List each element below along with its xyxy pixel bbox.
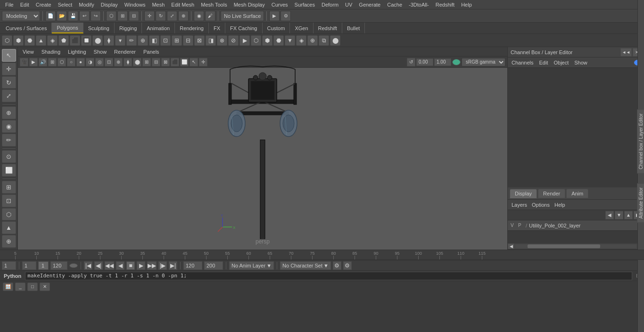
move-tool-btn[interactable]: ✛ [144,11,155,21]
vp-snap-btn[interactable]: ⊟ [152,58,160,66]
anim-layer-settings-btn[interactable]: ⚙ [343,261,352,270]
shelf-btn-12[interactable]: ✏ [126,35,137,46]
shelf-btn-16[interactable]: ⊞ [172,35,182,46]
vp-audio-btn[interactable]: 🔊 [39,58,47,66]
menu-modify[interactable]: Modify [75,0,97,9]
select-mode-btn[interactable]: ⬡ [106,11,116,21]
pb-to-start[interactable]: |◀ [84,261,92,270]
vp-gate-btn[interactable]: ⬛ [171,58,179,66]
pb-play-back[interactable]: ◀ [116,261,124,270]
shelf-btn-15[interactable]: ⊡ [160,35,171,46]
vp-xray-btn[interactable]: ◎ [95,58,104,66]
vp-ctrls-btn[interactable]: ⊕ [114,58,123,66]
move-tool[interactable]: ✛ [2,63,16,75]
menu-generate[interactable]: Generate [355,0,384,9]
shelf-btn-14[interactable]: ◧ [149,35,159,46]
vp-menu-lighting[interactable]: Lighting [66,49,88,55]
universal-manip[interactable]: ⊕ [2,106,16,119]
pb-play-fwd[interactable]: ▶ [137,261,145,270]
win-maximize-btn[interactable]: □ [27,283,38,291]
python-input[interactable] [25,272,632,280]
shelf-btn-24[interactable]: ⬢ [262,35,272,46]
shelf-btn-11[interactable]: ▾ [115,35,125,46]
shelf-btn-9[interactable]: ⬤ [92,35,103,46]
frame-current-input[interactable] [2,261,16,270]
tab-animation[interactable]: Animation [142,23,175,33]
vp-cam-btn[interactable]: 🎥 [20,58,28,66]
vp-menu-renderer[interactable]: Renderer [112,49,138,55]
redo-btn[interactable]: ↪ [91,11,101,21]
menu-uv[interactable]: UV [342,0,355,9]
shelf-btn-22[interactable]: ▶ [239,35,250,46]
vp-menu-show[interactable]: Show [92,49,109,55]
vp-cam-far[interactable] [434,58,451,66]
no-char-set-btn[interactable]: No Character Set ▼ [280,261,331,270]
shelf-btn-27[interactable]: ◈ [296,35,306,46]
vp-grid-btn[interactable]: ⊞ [48,58,57,66]
vp-menu-panels[interactable]: Panels [141,49,161,55]
shelf-btn-29[interactable]: ⧉ [319,35,329,46]
layer-btn-down[interactable]: ▼ [615,211,623,219]
shelf-btn-1[interactable]: ⬡ [2,35,12,46]
snap-grid-btn[interactable]: ⊞ [117,11,128,21]
tab-fx[interactable]: FX [209,23,225,33]
no-anim-layer-btn[interactable]: No Anim Layer ▼ [229,261,274,270]
rp-edit-menu[interactable]: Edit [537,60,550,65]
frame-end-input[interactable] [50,261,67,270]
tab-custom[interactable]: Custom [263,23,290,33]
scale-tool[interactable]: ⤢ [2,89,16,102]
tab-xgen[interactable]: XGen [290,23,313,33]
menu-curves[interactable]: Curves [268,0,291,9]
shelf-btn-7[interactable]: ⬛ [70,35,80,46]
rotate-tool-btn[interactable]: ↻ [156,11,166,21]
vp-light-btn[interactable]: ◑ [86,58,94,66]
vp-colorspace-select[interactable]: sRGB gamma [462,58,505,66]
shelf-btn-2[interactable]: ⬢ [13,35,24,46]
attribute-editor-vert-label[interactable]: Attribute Editor [637,183,644,223]
vp-uvs-btn[interactable]: ⊡ [105,58,113,66]
pb-step-back[interactable]: ◀| [94,261,103,270]
scroll-left-btn[interactable]: ◀ [508,243,514,249]
undo-btn[interactable]: ↩ [79,11,90,21]
vp-menu-view[interactable]: View [21,49,36,55]
live-surface-btn[interactable]: No Live Surface [221,11,264,21]
tab-curves-surfaces[interactable]: Curves / Surfaces [1,23,52,33]
tab-sculpting[interactable]: Sculpting [83,23,115,33]
char-set-gear-btn[interactable]: ⚙ [333,261,341,270]
menu-windows[interactable]: Windows [121,0,149,9]
layer-btn-up[interactable]: ▲ [624,211,633,219]
menu-display[interactable]: Display [98,0,121,9]
rotate-tool[interactable]: ↻ [2,76,16,89]
rp-show-menu[interactable]: Show [572,60,589,65]
render-btn[interactable]: ▶ [269,11,280,21]
save-scene-btn[interactable]: 💾 [68,11,78,21]
shelf-btn-3[interactable]: ⬣ [25,35,35,46]
shelf-btn-13[interactable]: ⊕ [138,35,148,46]
menu-mesh-display[interactable]: Mesh Display [231,0,268,9]
lasso-select[interactable]: ⊙ [2,150,16,163]
shelf-btn-4[interactable]: ▲ [36,35,46,46]
scroll-track[interactable] [515,244,636,248]
tab-rendering[interactable]: Rendering [175,23,209,33]
shelf-btn-18[interactable]: ⊠ [194,35,205,46]
shelf-btn-30[interactable]: ⬤ [330,35,340,46]
tab-redshift[interactable]: Redshift [314,23,342,33]
shelf-btn-21[interactable]: ⊘ [228,35,239,46]
range-end-input[interactable] [204,261,223,270]
menu-deform[interactable]: Deform [318,0,342,9]
menu-select[interactable]: Select [55,0,76,9]
pb-prev-key[interactable]: ◀◀ [105,261,114,270]
horizontal-scrollbar[interactable]: ◀ ▶ [508,243,644,249]
tool-extra-1[interactable]: ⊡ [2,194,16,207]
vp-move-btn[interactable]: ✛ [199,58,207,66]
layer-btn-left[interactable]: ◀ [605,211,614,219]
vp-wireframe-btn[interactable]: ⬡ [58,58,66,66]
pb-next-key[interactable]: ▶▶ [147,261,157,270]
mode-select[interactable]: Modeling Rigging Animation FX Rendering [2,11,40,21]
rp-object-menu[interactable]: Object [552,60,570,65]
range-start-input[interactable] [183,261,202,270]
transform-btn[interactable]: ⊕ [178,11,189,21]
menu-help[interactable]: Help [458,0,475,9]
win-icon-btn[interactable]: 🪟 [3,283,13,291]
vp-smooth-btn[interactable]: ○ [67,58,75,66]
